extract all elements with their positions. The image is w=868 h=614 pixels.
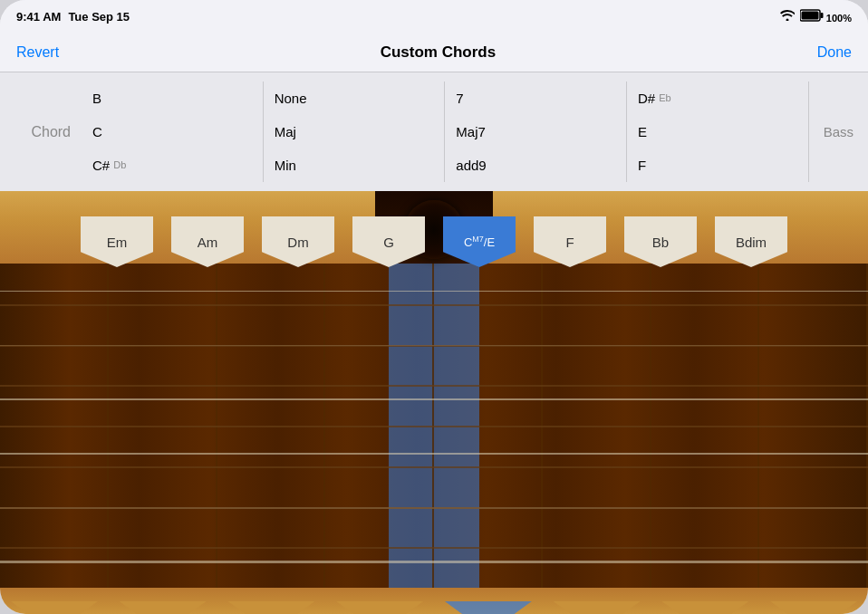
- chord-btn-am[interactable]: Am: [162, 216, 253, 267]
- revert-button[interactable]: Revert: [16, 44, 59, 61]
- chord-btn-bb[interactable]: Bb: [615, 216, 706, 267]
- chord-btn-am-label: Am: [198, 235, 218, 250]
- chord-panel: Chord B C C# Db None Maj Min 7 Maj7 add9: [0, 72, 868, 191]
- status-right: 100%: [780, 9, 852, 24]
- status-time: 9:41 AM: [16, 10, 61, 24]
- nav-bar: Revert Custom Chords Done: [0, 33, 868, 72]
- chord-btn-f[interactable]: F: [525, 216, 615, 267]
- chord-btn-f-label: F: [565, 235, 574, 250]
- guitar-bottom: [0, 588, 868, 614]
- chord-cell-add9[interactable]: add9: [445, 149, 626, 182]
- chord-cell-maj7[interactable]: Maj7: [445, 115, 626, 149]
- bottom-arrow-g: [325, 588, 434, 614]
- chord-label: Chord: [0, 124, 82, 140]
- chord-cell-f[interactable]: F: [627, 149, 808, 182]
- device-frame: 9:41 AM Tue Sep 15 100% Rev: [0, 0, 868, 614]
- battery-pct: 100%: [826, 13, 852, 24]
- chord-col-ext: 7 Maj7 add9: [445, 82, 627, 182]
- chord-btn-em-shape: Em: [81, 216, 153, 267]
- chord-btn-am-shape: Am: [171, 216, 244, 267]
- status-left: 9:41 AM Tue Sep 15: [16, 10, 130, 24]
- done-button[interactable]: Done: [817, 44, 852, 61]
- chord-btn-em[interactable]: Em: [72, 216, 162, 267]
- wifi-icon: [780, 10, 795, 24]
- bass-label: Bass: [809, 82, 868, 182]
- chord-btn-dm-shape: Dm: [262, 216, 334, 267]
- svg-rect-2: [801, 11, 818, 19]
- chord-btn-g-label: G: [383, 235, 394, 250]
- chord-cell-c[interactable]: C: [82, 115, 263, 149]
- status-date: Tue Sep 15: [68, 10, 130, 24]
- chord-cell-b[interactable]: B: [82, 82, 263, 115]
- chord-cell-e[interactable]: E: [627, 115, 808, 149]
- chord-btn-bdim-label: Bdim: [736, 235, 767, 250]
- chord-col-root: B C C# Db: [82, 82, 264, 182]
- fret-lines: [0, 264, 868, 588]
- chord-buttons-row: Em Am Dm G CM7/E: [0, 216, 868, 267]
- chord-cell-ds[interactable]: D# Eb: [627, 82, 808, 115]
- chord-cell-maj[interactable]: Maj: [264, 115, 445, 149]
- chord-cell-min[interactable]: Min: [264, 149, 445, 182]
- chord-cell-cs[interactable]: C# Db: [82, 149, 263, 182]
- nav-title: Custom Chords: [381, 43, 497, 62]
- chord-btn-f-shape: F: [534, 216, 606, 267]
- bottom-arrows: [0, 588, 868, 614]
- chord-btn-bb-label: Bb: [652, 235, 669, 250]
- chord-btn-g-shape: G: [352, 216, 425, 267]
- chord-btn-dm-label: Dm: [287, 235, 308, 250]
- chord-btn-g[interactable]: G: [343, 216, 434, 267]
- chord-col-quality: None Maj Min: [264, 82, 446, 182]
- battery-icon: 100%: [800, 9, 852, 24]
- fretboard: [0, 264, 868, 588]
- chord-col-bass: D# Eb E F: [627, 82, 809, 182]
- fret-line-3: [0, 385, 868, 387]
- bottom-arrow-am: [109, 588, 217, 614]
- chord-btn-bb-shape: Bb: [624, 216, 697, 267]
- chord-btn-cm7e-shape: CM7/E: [443, 216, 516, 267]
- bottom-arrow-f: [543, 588, 651, 614]
- fret-line-6: [0, 507, 868, 509]
- fret-line-2: [0, 345, 868, 347]
- fret-line-7: [0, 547, 868, 549]
- fret-line-1: [0, 304, 868, 306]
- bottom-arrow-bdim: [759, 588, 868, 614]
- bottom-arrow-bb: [651, 588, 760, 614]
- chord-btn-dm[interactable]: Dm: [253, 216, 343, 267]
- chord-cell-none[interactable]: None: [264, 82, 445, 115]
- svg-rect-1: [820, 13, 823, 18]
- chord-btn-bdim[interactable]: Bdim: [706, 216, 796, 267]
- bottom-arrow-dm: [217, 588, 326, 614]
- bottom-arrow-em: [0, 588, 109, 614]
- chord-columns: B C C# Db None Maj Min 7 Maj7 add9 D# Eb…: [82, 82, 868, 182]
- chord-btn-em-label: Em: [107, 235, 128, 250]
- fret-line-5: [0, 466, 868, 468]
- fretboard-container: Em Am Dm G CM7/E: [0, 191, 868, 614]
- chord-btn-bdim-shape: Bdim: [715, 216, 787, 267]
- fret-line-4: [0, 426, 868, 427]
- bottom-arrow-cm7e: [434, 588, 543, 614]
- chord-btn-cm7e-label: CM7/E: [464, 235, 495, 249]
- chord-btn-cm7e[interactable]: CM7/E: [434, 216, 525, 267]
- status-bar: 9:41 AM Tue Sep 15 100%: [0, 0, 868, 33]
- chord-cell-7[interactable]: 7: [445, 82, 626, 115]
